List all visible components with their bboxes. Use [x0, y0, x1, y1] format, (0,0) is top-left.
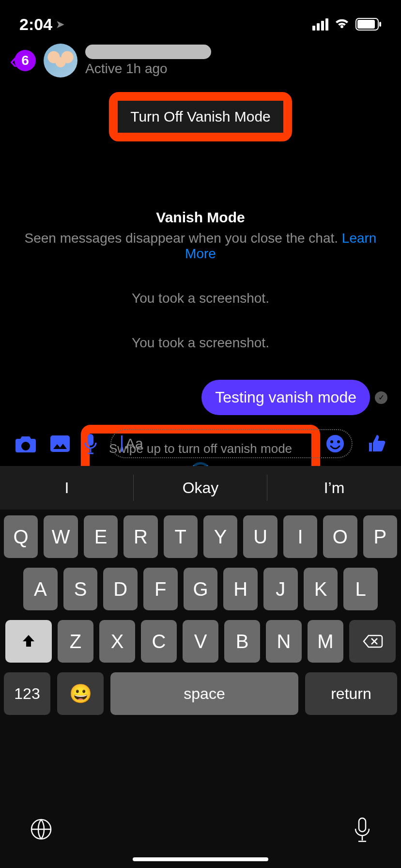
key-n[interactable]: N — [266, 620, 302, 663]
input-placeholder: Aa — [125, 435, 325, 452]
battery-icon — [355, 18, 382, 31]
key-k[interactable]: K — [304, 568, 338, 610]
key-z[interactable]: Z — [58, 620, 93, 663]
suggestion[interactable]: I — [0, 466, 134, 510]
key-e[interactable]: E — [84, 515, 118, 558]
camera-button[interactable] — [15, 434, 37, 453]
unread-badge: 6 — [15, 50, 36, 71]
time-text: 2:04 — [19, 15, 52, 34]
key-l[interactable]: L — [343, 568, 378, 610]
location-arrow-icon: ➤ — [56, 18, 64, 30]
message-text: Testing vanish mode — [215, 388, 356, 406]
suggestion[interactable]: Okay — [134, 466, 267, 510]
return-key[interactable]: return — [305, 672, 397, 715]
svg-point-7 — [337, 440, 340, 443]
numbers-key[interactable]: 123 — [4, 672, 50, 715]
svg-point-5 — [326, 435, 344, 452]
emoji-key[interactable]: 😀 — [57, 672, 104, 715]
vanish-desc-text: Seen messages disappear when you close t… — [25, 231, 342, 246]
key-w[interactable]: W — [44, 515, 77, 558]
key-y[interactable]: Y — [203, 515, 237, 558]
globe-key[interactable] — [29, 817, 53, 841]
vanish-button-label: Turn Off Vanish Mode — [130, 108, 271, 124]
turn-off-vanish-button[interactable]: Turn Off Vanish Mode — [118, 101, 283, 133]
svg-rect-4 — [88, 434, 93, 446]
key-q[interactable]: Q — [4, 515, 38, 558]
space-key[interactable]: space — [110, 672, 298, 715]
vanish-button-highlight: Turn Off Vanish Mode — [0, 92, 401, 141]
key-b[interactable]: B — [224, 620, 260, 663]
message-composer: Aa — [0, 421, 401, 466]
key-row: Z X C V B N M — [4, 620, 397, 663]
active-status: Active 1h ago — [85, 61, 211, 77]
cellular-signal-icon — [312, 18, 328, 31]
svg-point-6 — [330, 440, 333, 443]
vanish-mode-title: Vanish Mode — [10, 209, 391, 226]
chat-header: ‹ 6 Active 1h ago — [0, 39, 401, 82]
key-p[interactable]: P — [363, 515, 397, 558]
key-g[interactable]: G — [184, 568, 218, 610]
microphone-button[interactable] — [83, 433, 98, 454]
backspace-key[interactable] — [349, 620, 396, 663]
key-o[interactable]: O — [323, 515, 357, 558]
key-row: A S D F G H J K L — [4, 568, 397, 610]
gallery-button[interactable] — [49, 434, 71, 453]
key-row: 123 😀 space return — [4, 672, 397, 715]
contact-info[interactable]: Active 1h ago — [85, 45, 211, 77]
system-message: You took a screenshot. — [10, 335, 391, 351]
key-r[interactable]: R — [123, 515, 157, 558]
key-u[interactable]: U — [243, 515, 277, 558]
key-m[interactable]: M — [308, 620, 343, 663]
vanish-mode-info: Vanish Mode Seen messages disappear when… — [10, 209, 391, 262]
svg-rect-9 — [359, 818, 366, 832]
annotation-box: Turn Off Vanish Mode — [109, 92, 292, 141]
svg-rect-2 — [379, 22, 381, 27]
like-button[interactable] — [365, 433, 386, 454]
svg-rect-1 — [357, 20, 375, 29]
read-receipt-icon: ✓ — [375, 391, 387, 404]
backspace-icon — [362, 634, 383, 649]
message-input[interactable]: Aa — [110, 429, 353, 458]
sent-message-bubble[interactable]: Testing vanish mode — [201, 380, 370, 415]
status-time: 2:04 ➤ — [19, 15, 64, 34]
home-indicator[interactable] — [133, 857, 268, 861]
status-bar: 2:04 ➤ — [0, 0, 401, 39]
emoji-button[interactable] — [325, 434, 345, 453]
back-button[interactable]: ‹ 6 — [10, 49, 36, 72]
key-h[interactable]: H — [223, 568, 258, 610]
system-message: You took a screenshot. — [10, 291, 391, 306]
wifi-icon — [334, 18, 350, 30]
key-s[interactable]: S — [63, 568, 98, 610]
message-row: Testing vanish mode ✓ — [10, 380, 391, 415]
suggestion[interactable]: I’m — [267, 466, 401, 510]
suggestion-bar: I Okay I’m — [0, 466, 401, 510]
key-v[interactable]: V — [183, 620, 218, 663]
key-c[interactable]: C — [141, 620, 177, 663]
text-cursor — [121, 435, 123, 452]
key-row: Q W E R T Y U I O P — [4, 515, 397, 558]
key-area: Q W E R T Y U I O P A S D F G H J K L Z — [0, 510, 401, 795]
contact-name-redacted — [85, 45, 211, 59]
status-right — [312, 18, 382, 31]
key-f[interactable]: F — [143, 568, 178, 610]
key-t[interactable]: T — [164, 515, 198, 558]
svg-rect-3 — [50, 435, 70, 452]
key-j[interactable]: J — [263, 568, 298, 610]
keyboard: I Okay I’m Q W E R T Y U I O P A S D F G… — [0, 466, 401, 868]
avatar[interactable] — [44, 44, 77, 78]
key-x[interactable]: X — [99, 620, 135, 663]
vanish-mode-description: Seen messages disappear when you close t… — [10, 231, 391, 262]
key-d[interactable]: D — [103, 568, 138, 610]
key-i[interactable]: I — [283, 515, 317, 558]
shift-key[interactable] — [5, 620, 52, 663]
dictation-key[interactable] — [353, 816, 372, 842]
key-a[interactable]: A — [23, 568, 58, 610]
shift-icon — [20, 633, 37, 650]
